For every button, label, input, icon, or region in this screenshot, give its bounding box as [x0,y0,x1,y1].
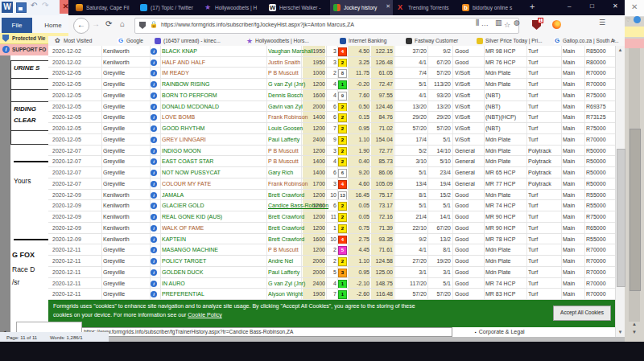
row-info[interactable]: i [151,190,159,200]
row-info[interactable]: i [151,256,159,266]
info-icon[interactable]: i [151,181,157,187]
horse-name[interactable]: RAINBOW RISING [162,79,266,89]
info-icon[interactable]: i [151,59,157,66]
save-icon[interactable] [16,2,27,13]
info-icon[interactable]: i [151,203,157,209]
row-info[interactable]: i [151,90,159,101]
row-info[interactable]: i [151,267,159,277]
account-icon[interactable]: ◍ [514,18,520,27]
info-icon[interactable]: i [151,104,157,110]
tab-saturday-cape-fil[interactable]: Saturday, Cape Fil [72,0,135,15]
back-button[interactable]: ← [73,18,89,34]
info-icon[interactable]: i [151,247,157,253]
row-info[interactable]: i [151,57,159,68]
info-icon[interactable]: i [151,258,157,265]
maximize-button[interactable]: □ [590,2,594,10]
fox-icon[interactable] [552,20,561,29]
bookmark-star-icon[interactable]: ☆ [504,21,510,29]
row-info[interactable]: i [151,123,159,133]
row-info[interactable]: i [151,134,159,145]
row-info[interactable]: i [151,146,159,156]
tab-bidorbuy-online-s[interactable]: bbidorbuy online s [459,0,522,15]
url-text[interactable]: https://www.formgrids.info/subscriber/fg… [161,22,354,27]
home-button[interactable]: ⌂ [120,19,125,28]
row-info[interactable]: i [151,278,159,289]
horse-name[interactable]: EAST COAST STAR [162,156,266,166]
horse-name[interactable]: INDIGO MOON [162,146,266,156]
redo-icon[interactable]: ↷ [42,1,48,10]
horse-name[interactable]: REAL GONE KID (AUS) [162,211,266,222]
row-info[interactable]: i [151,156,159,166]
url-bar[interactable]: 🔒 https://www.formgrids.info/subscriber/… [134,18,519,34]
forward-button[interactable]: → [92,19,100,28]
row-info[interactable]: i [151,244,159,255]
info-icon[interactable]: i [151,225,157,232]
info-icon[interactable]: i [151,158,157,165]
cookie-policy-link[interactable]: Cookie Policy [188,312,221,318]
info-icon[interactable]: i [151,137,157,143]
info-icon[interactable]: i [151,92,157,99]
horse-name[interactable]: JAMALA [162,190,266,200]
horse-name[interactable]: BLACK KNAP [162,46,266,56]
row-info[interactable]: i [151,178,159,189]
scroll-down-icon[interactable]: ▼ [617,330,624,334]
horse-name[interactable]: KAPTEIN [162,234,266,244]
row-info[interactable]: i [151,200,159,211]
library-icon[interactable]: ⫼ [476,18,479,27]
info-icon[interactable]: i [151,81,157,88]
info-icon[interactable]: i [151,269,157,276]
horse-name[interactable]: GREY LINNGARI [162,134,266,145]
row-info[interactable]: i [151,46,159,56]
word-file-tab[interactable]: File [2,18,32,33]
tab-close-icon[interactable]: ✕ [386,3,390,10]
tab-herschel-walker-[interactable]: WHerschel Walker - [266,0,328,15]
info-icon[interactable]: i [151,291,157,297]
info-icon[interactable]: i [151,192,157,199]
horse-name[interactable]: DONALD MCDONALD [162,101,266,112]
info-icon[interactable]: i [151,170,157,176]
horse-name[interactable]: COLOUR MY FATE [162,178,266,189]
row-info[interactable]: i [151,289,159,299]
row-info[interactable]: i [151,234,159,244]
page-actions-icon[interactable]: ⋯ [481,22,489,29]
minimize-button[interactable]: – [568,2,571,10]
adblock-shield-icon[interactable]: 1 [532,20,541,30]
row-info[interactable]: i [151,112,159,122]
sidebar-icon[interactable]: ▥ [495,18,502,27]
horse-name[interactable]: GOOD RHYTHM [162,123,266,133]
horse-name[interactable]: LOVE BOMB [162,112,266,122]
tab-jockey-history[interactable]: Jockey history✕ [330,0,393,15]
close-icon[interactable]: ✕ [631,2,638,11]
row-info[interactable]: i [151,68,159,78]
info-icon[interactable]: i [151,236,157,243]
info-icon[interactable]: i [151,48,157,55]
info-icon[interactable]: i [151,281,157,287]
word-home-tab[interactable]: Home [39,18,68,33]
row-info[interactable]: i [151,79,159,89]
row-info[interactable]: i [151,211,159,222]
reload-button[interactable]: ⟳ [105,19,112,28]
menu-icon[interactable]: ☰ [599,18,605,27]
new-tab-button[interactable]: + [530,2,535,11]
horse-name[interactable]: HALF AND HALF [162,57,266,68]
info-icon[interactable]: i [151,70,157,76]
scroll-down-icon[interactable]: ▼ [630,330,639,334]
undo-icon[interactable]: ↶ [31,1,37,10]
horse-name[interactable]: PREFERENTIAL [162,289,266,299]
accept-cookies-button[interactable]: Accept All Cookies [553,306,611,321]
horse-name[interactable]: IN AURO [162,278,266,289]
scroll-up-icon[interactable]: ▲ [617,47,624,52]
horse-name[interactable]: POLICY TARGET [162,256,266,266]
footer-link-corporate[interactable]: ▪Corporate & Legal [475,329,525,334]
row-info[interactable]: i [151,167,159,178]
row-info[interactable]: i [151,223,159,233]
horse-name[interactable]: GLACIER GOLD [162,200,266,211]
tab--17-topic-twitter[interactable]: (17) Topic / Twitter [137,0,200,15]
tracking-shield-icon[interactable] [139,22,146,29]
horse-name[interactable]: WALK OF FAME [162,223,266,233]
info-icon[interactable]: i [151,214,157,220]
horse-name[interactable]: GOLDEN DUCK [162,267,266,277]
horse-name[interactable]: NOT NOW PUSSYCAT [162,167,266,178]
tab-trending-torrents[interactable]: XTrending Torrents [394,0,457,15]
scroll-up-icon[interactable]: ▲ [630,322,639,326]
